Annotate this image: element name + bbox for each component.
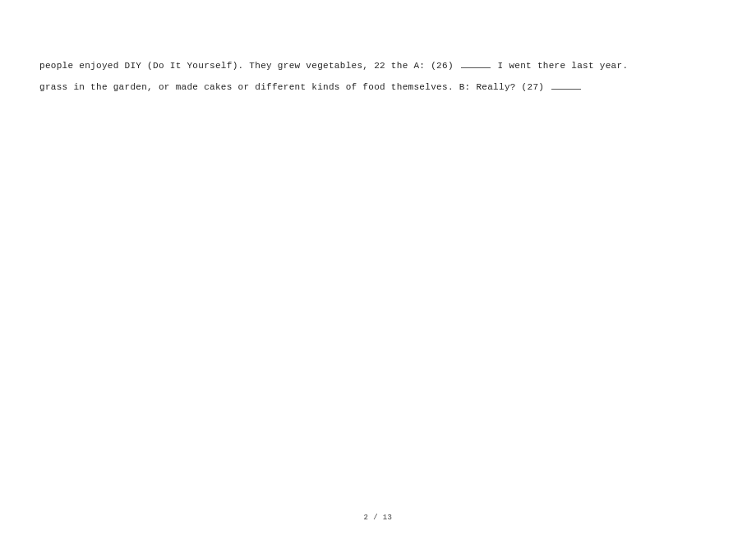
fill-blank-27 [551,81,581,90]
body-text: people enjoyed DIY (Do It Yourself). The… [39,55,717,99]
text-line-1: people enjoyed DIY (Do It Yourself). The… [39,55,717,76]
text-segment: grass in the garden, or made cakes or di… [39,82,550,92]
text-segment: I went there last year. [492,61,629,71]
page-number: 2 / 13 [0,514,756,522]
fill-blank-26 [461,59,491,68]
text-segment: people enjoyed DIY (Do It Yourself). The… [39,61,459,71]
document-page: people enjoyed DIY (Do It Yourself). The… [0,0,756,535]
text-line-2: grass in the garden, or made cakes or di… [39,76,717,98]
